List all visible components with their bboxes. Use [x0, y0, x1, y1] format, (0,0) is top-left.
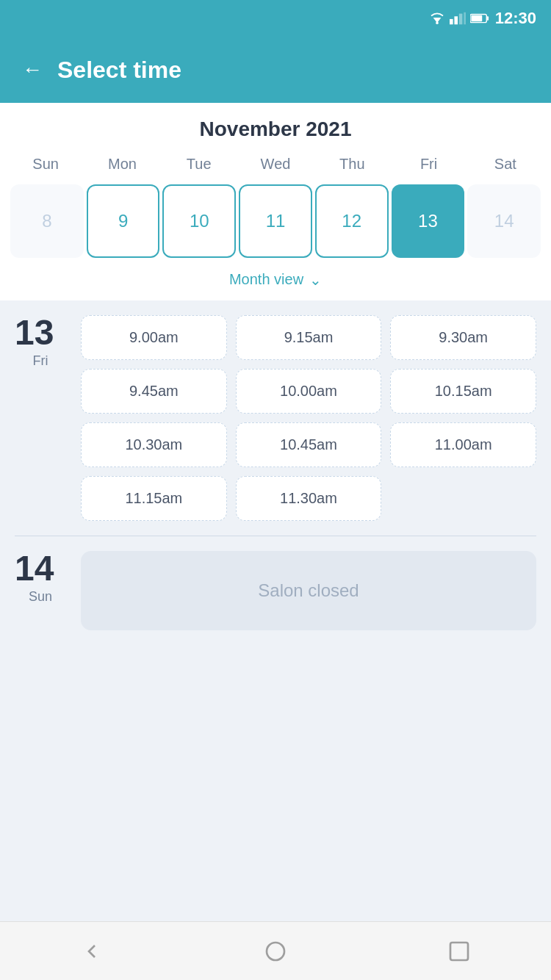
weekday-fri: Fri [390, 153, 467, 176]
time-slot-900am[interactable]: 9.00am [81, 315, 227, 360]
time-slot-930am[interactable]: 9.30am [390, 315, 536, 360]
back-button[interactable]: ← [22, 58, 43, 82]
weekday-sun: Sun [7, 153, 84, 176]
status-bar: 12:30 [0, 0, 551, 37]
time-slot-1015am[interactable]: 10.15am [390, 369, 536, 414]
nav-recents-button[interactable] [446, 938, 472, 965]
time-slot-1030am[interactable]: 10.30am [81, 422, 227, 467]
bottom-nav [0, 921, 551, 980]
header: ← Select time [0, 37, 551, 103]
svg-rect-3 [454, 16, 458, 24]
wifi-icon [429, 12, 445, 24]
month-view-label: Month view [229, 271, 303, 288]
svg-point-1 [436, 21, 439, 24]
time-slot-1115am[interactable]: 11.15am [81, 476, 227, 521]
svg-rect-4 [459, 14, 463, 25]
svg-rect-5 [464, 12, 466, 25]
day-13[interactable]: 13 [392, 184, 465, 258]
day-13-block: 13 Fri 9.00am 9.15am 9.30am 9.45am 10.00… [15, 315, 536, 521]
day-14-label: 14 Sun [15, 551, 66, 605]
time-slot-1100am[interactable]: 11.00am [390, 422, 536, 467]
day-9[interactable]: 9 [87, 184, 160, 258]
day-13-name: Fri [15, 353, 66, 369]
time-slot-1130am[interactable]: 11.30am [236, 476, 382, 521]
svg-rect-10 [450, 943, 468, 960]
svg-rect-2 [450, 19, 453, 24]
days-row: 8 9 10 11 12 13 14 [7, 181, 544, 261]
svg-rect-8 [471, 15, 482, 21]
nav-back-button[interactable] [79, 938, 105, 965]
calendar-section: November 2021 Sun Mon Tue Wed Thu Fri Sa… [0, 103, 551, 300]
day-13-number: 13 [15, 315, 66, 350]
back-nav-icon [80, 940, 104, 963]
day-12[interactable]: 12 [315, 184, 389, 258]
time-slot-1045am[interactable]: 10.45am [236, 422, 382, 467]
day-14-name: Sun [15, 589, 66, 605]
month-year: November 2021 [7, 118, 544, 141]
day-11[interactable]: 11 [239, 184, 312, 258]
home-nav-icon [264, 940, 287, 963]
chevron-down-icon: ⌄ [309, 271, 322, 289]
day-14-block: 14 Sun Salon closed [15, 551, 536, 630]
signal-icon [450, 12, 466, 25]
divider [15, 536, 536, 536]
svg-point-9 [267, 943, 284, 960]
weekday-wed: Wed [237, 153, 314, 176]
status-time: 12:30 [495, 9, 536, 28]
nav-home-button[interactable] [262, 938, 289, 965]
salon-closed-message: Salon closed [81, 551, 536, 630]
page-title: Select time [57, 57, 181, 84]
day-10[interactable]: 10 [162, 184, 236, 258]
weekdays-row: Sun Mon Tue Wed Thu Fri Sat [7, 153, 544, 176]
day-8[interactable]: 8 [10, 184, 84, 258]
status-icons [429, 12, 489, 25]
day-14[interactable]: 14 [467, 184, 541, 258]
time-section: 13 Fri 9.00am 9.15am 9.30am 9.45am 10.00… [0, 300, 551, 921]
weekday-thu: Thu [314, 153, 390, 176]
weekday-mon: Mon [84, 153, 160, 176]
recents-nav-icon [447, 940, 471, 963]
day-13-label: 13 Fri [15, 315, 66, 369]
month-view-toggle[interactable]: Month view ⌄ [7, 261, 544, 293]
battery-icon [470, 12, 489, 24]
time-slot-915am[interactable]: 9.15am [236, 315, 382, 360]
weekday-sat: Sat [467, 153, 544, 176]
time-slot-1000am[interactable]: 10.00am [236, 369, 382, 414]
time-grid-13: 9.00am 9.15am 9.30am 9.45am 10.00am 10.1… [81, 315, 536, 521]
weekday-tue: Tue [161, 153, 237, 176]
day-14-number: 14 [15, 551, 66, 586]
svg-rect-7 [486, 16, 489, 21]
time-slot-945am[interactable]: 9.45am [81, 369, 227, 414]
